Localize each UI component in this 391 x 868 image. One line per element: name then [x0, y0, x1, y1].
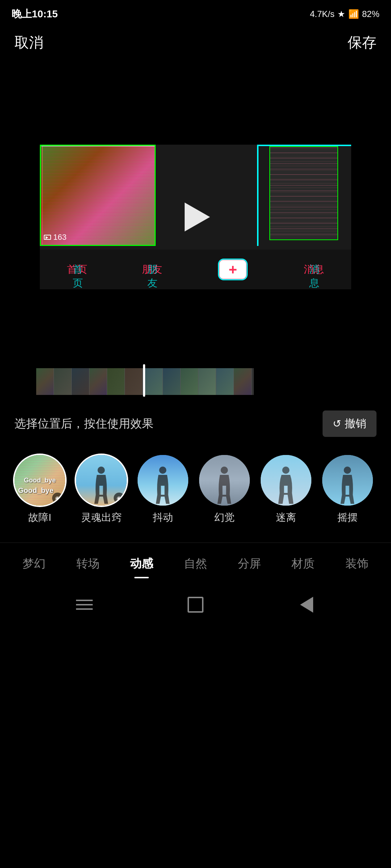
clip-frame-s6 — [234, 368, 252, 395]
effect-label-5: 迷离 — [276, 511, 296, 524]
instruction-text: 选择位置后，按住使用效果 — [14, 416, 154, 432]
nav-home-button[interactable] — [186, 596, 205, 614]
person-silhouette-illusion — [215, 466, 235, 504]
effect-thumb-maze — [261, 455, 311, 506]
svg-point-3 — [282, 467, 290, 474]
clip-frame-4 — [89, 368, 107, 395]
effect-label-2: 灵魂出窍 — [81, 511, 122, 524]
clip-frame-s4 — [198, 368, 216, 395]
undo-label: 撤销 — [345, 416, 366, 431]
person-silhouette-soul — [92, 466, 112, 504]
person-silhouette-shake — [153, 466, 173, 504]
right-glitch-red — [271, 147, 337, 239]
nav-menu-button[interactable] — [75, 596, 93, 614]
undo-button[interactable]: ↺ 撤销 — [323, 410, 377, 437]
clip-frame-s2 — [163, 368, 181, 395]
back-icon — [300, 597, 313, 613]
cat-tab-texture[interactable]: 材质 — [276, 550, 330, 578]
clip-frame-6 — [125, 368, 143, 395]
cat-tab-natural[interactable]: 自然 — [169, 550, 223, 578]
cat-tab-dynamic[interactable]: 动感 — [115, 550, 169, 578]
applied-badge-1: ◉ — [52, 493, 63, 503]
effect-item-illusion[interactable]: 幻觉 — [199, 455, 250, 524]
nav-messages: 消息 — [304, 263, 324, 276]
svg-point-0 — [98, 467, 105, 474]
cancel-button[interactable]: 取消 — [14, 33, 43, 52]
cat-tab-decor[interactable]: 装饰 — [330, 550, 384, 578]
left-video-panel: 163 — [40, 145, 156, 246]
effect-label-3: 抖动 — [153, 511, 173, 524]
right-inner — [269, 146, 338, 240]
timeline-clip-main — [36, 368, 143, 395]
effect-item-maze[interactable]: 迷离 — [261, 455, 311, 524]
controls-bar: 选择位置后，按住使用效果 ↺ 撤销 — [0, 403, 391, 444]
app-screenshot: 163 47 — [40, 145, 351, 289]
nav-friends: 朋友 — [142, 263, 162, 276]
cat-tab-transition[interactable]: 转场 — [61, 550, 115, 578]
network-speed: 4.7K/s — [310, 9, 335, 19]
effect-item-sway[interactable]: 摇摆 — [322, 455, 373, 524]
clip-frame-s3 — [181, 368, 198, 395]
menu-icon — [76, 604, 93, 605]
clip-frame-s1 — [145, 368, 163, 395]
cat-tab-dream[interactable]: 梦幻 — [7, 550, 61, 578]
person-silhouette-maze — [276, 466, 296, 504]
video-preview: 163 47 — [40, 60, 351, 356]
status-time: 晚上10:15 — [12, 7, 58, 21]
timeline-track[interactable] — [14, 367, 377, 396]
save-button[interactable]: 保存 — [348, 33, 377, 52]
nav-plus-inner — [218, 259, 247, 280]
battery-icon: 82% — [362, 9, 379, 19]
effect-item-shake[interactable]: 抖动 — [138, 455, 188, 524]
video-content: 163 47 — [40, 60, 351, 356]
timeline-clip-second — [145, 368, 254, 395]
nav-plus-button — [216, 258, 249, 281]
person-silhouette-sway — [338, 466, 358, 504]
effect-thumb-soul: ◉ — [76, 455, 127, 506]
top-nav: 取消 保存 — [0, 25, 391, 60]
right-video-panel: 47 — [257, 145, 351, 246]
effect-item-glitch1[interactable]: Good_bye ◉ 故障I — [14, 455, 65, 524]
effect-thumb-glitch1: Good_bye ◉ — [14, 455, 65, 506]
svg-point-2 — [221, 467, 228, 474]
cat-tab-splitscreen[interactable]: 分屏 — [222, 550, 276, 578]
svg-point-1 — [159, 467, 167, 474]
view-count-left: 163 — [44, 233, 67, 242]
effect-thumb-illusion — [199, 455, 250, 506]
clip-frame-1 — [36, 368, 54, 395]
play-triangle-icon — [185, 203, 210, 231]
effect-item-soul[interactable]: ◉ 灵魂出窍 — [76, 455, 127, 524]
effect-thumb-shake — [138, 455, 188, 506]
category-tabs: 梦幻 转场 动感 自然 分屏 材质 装饰 — [0, 542, 391, 581]
effects-row: Good_bye ◉ 故障I ◉ 灵魂出窍 抖动 — [0, 444, 391, 535]
bluetooth-icon: ★ — [337, 9, 345, 19]
view-icon-left — [44, 235, 51, 240]
svg-point-4 — [344, 467, 351, 474]
clip-frame-3 — [72, 368, 89, 395]
status-bar: 晚上10:15 4.7K/s ★ 📶 82% — [0, 0, 391, 25]
status-icons: 4.7K/s ★ 📶 82% — [310, 9, 379, 19]
effect-label-1: 故障I — [28, 511, 51, 524]
play-button[interactable] — [177, 199, 214, 235]
undo-icon: ↺ — [333, 418, 341, 430]
right-glitch-cyan — [270, 147, 337, 239]
clip-frame-5 — [107, 368, 125, 395]
timeline-playhead — [143, 364, 145, 397]
applied-badge-2: ◉ — [114, 493, 125, 503]
app-bottom-nav: 首页 朋友 消息 — [40, 250, 351, 289]
nav-home: 首页 — [67, 263, 87, 276]
home-icon — [188, 597, 203, 613]
glitch-cyan-layer — [40, 146, 156, 246]
effect-thumb-sway — [322, 455, 373, 506]
effect-label-4: 幻觉 — [214, 511, 235, 524]
system-nav — [0, 585, 391, 625]
clip-frame-s5 — [216, 368, 234, 395]
signal-icon: 📶 — [348, 9, 359, 19]
timeline-container[interactable] — [0, 356, 391, 403]
effect-label-6: 摇摆 — [337, 511, 358, 524]
nav-back-button[interactable] — [298, 596, 316, 614]
clip-frame-2 — [54, 368, 72, 395]
